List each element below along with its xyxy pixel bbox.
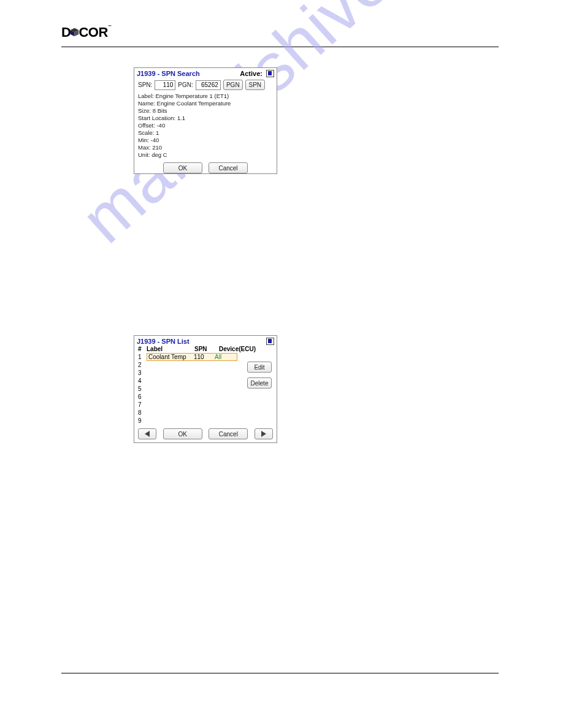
field-name: Name: Engine Coolant Temperature <box>138 100 273 107</box>
table-row[interactable]: 9 <box>138 417 237 425</box>
table-row[interactable]: 6 <box>138 393 237 401</box>
row-num: 6 <box>138 393 147 400</box>
edit-button[interactable]: Edit <box>247 362 272 373</box>
spn-field-label: SPN: <box>138 82 152 88</box>
triangle-right-icon <box>261 431 266 437</box>
field-start: Start Location: 1.1 <box>138 115 273 122</box>
cell-spn: 110 <box>194 354 215 360</box>
row-num: 9 <box>138 417 147 424</box>
spn-details: Label: Engine Temperature 1 (ET1) Name: … <box>134 91 277 160</box>
delete-button[interactable]: Delete <box>247 377 272 389</box>
spn-input[interactable] <box>155 80 175 90</box>
dialog-title: J1939 - SPN Search <box>137 70 200 77</box>
table-row[interactable]: 7 <box>138 401 237 409</box>
window-control-icon[interactable] <box>266 70 274 77</box>
col-device: Device(ECU) <box>219 346 273 352</box>
cancel-button[interactable]: Cancel <box>209 428 248 439</box>
dialog-titlebar: J1939 - SPN Search Active: <box>134 68 277 78</box>
selected-row[interactable]: Coolant Temp 110 All <box>147 353 237 361</box>
row-num: 1 <box>138 354 147 360</box>
field-label: Label: Engine Temperature 1 (ET1) <box>138 93 273 100</box>
row-num: 2 <box>138 362 147 368</box>
field-min: Min: -40 <box>138 137 273 144</box>
table-row[interactable]: 3 <box>138 369 237 377</box>
table-row[interactable]: 2 <box>138 361 237 369</box>
ok-button[interactable]: OK <box>163 162 202 173</box>
row-num: 3 <box>138 370 147 376</box>
cell-label: Coolant Temp <box>148 354 194 360</box>
table-row[interactable]: 4 <box>138 377 237 385</box>
triangle-left-icon <box>145 431 150 437</box>
table-row[interactable]: 1 Coolant Temp 110 All <box>138 353 237 361</box>
next-button[interactable] <box>255 428 273 439</box>
field-max: Max: 210 <box>138 144 273 151</box>
field-offset: Offset: -40 <box>138 122 273 129</box>
pgn-field-label: PGN: <box>178 82 193 88</box>
row-num: 4 <box>138 377 147 384</box>
ok-button[interactable]: OK <box>163 428 202 439</box>
field-scale: Scale: 1 <box>138 129 273 137</box>
cell-device: All <box>215 354 221 360</box>
col-spn: SPN <box>194 346 219 352</box>
pgn-input[interactable] <box>196 80 221 90</box>
prev-button[interactable] <box>138 428 156 439</box>
footer-divider <box>61 673 499 674</box>
brand-logo: DCOR™ <box>61 25 111 41</box>
field-size: Size: 8 Bits <box>138 107 273 115</box>
col-num: # <box>138 346 147 352</box>
row-num: 5 <box>138 385 147 392</box>
table-header: # Label SPN Device(ECU) <box>134 346 277 353</box>
pgn-button[interactable]: PGN <box>223 80 243 90</box>
table-rows: 1 Coolant Temp 110 All 2 3 4 5 6 7 8 9 <box>138 353 237 425</box>
window-control-icon[interactable] <box>266 338 274 345</box>
spn-button[interactable]: SPN <box>245 80 265 90</box>
dialog-title: J1939 - SPN List <box>137 338 190 345</box>
row-num: 8 <box>138 409 147 416</box>
field-unit: Unit: deg C <box>138 151 273 159</box>
row-num: 7 <box>138 401 147 408</box>
active-label: Active: <box>240 70 262 77</box>
cancel-button[interactable]: Cancel <box>209 162 248 173</box>
spn-list-dialog: J1939 - SPN List # Label SPN Device(ECU)… <box>134 335 277 443</box>
col-label: Label <box>147 346 194 352</box>
table-row[interactable]: 5 <box>138 385 237 393</box>
spn-search-dialog: J1939 - SPN Search Active: SPN: PGN: PGN… <box>134 67 277 174</box>
dialog-titlebar: J1939 - SPN List <box>134 336 277 346</box>
table-row[interactable]: 8 <box>138 409 237 417</box>
